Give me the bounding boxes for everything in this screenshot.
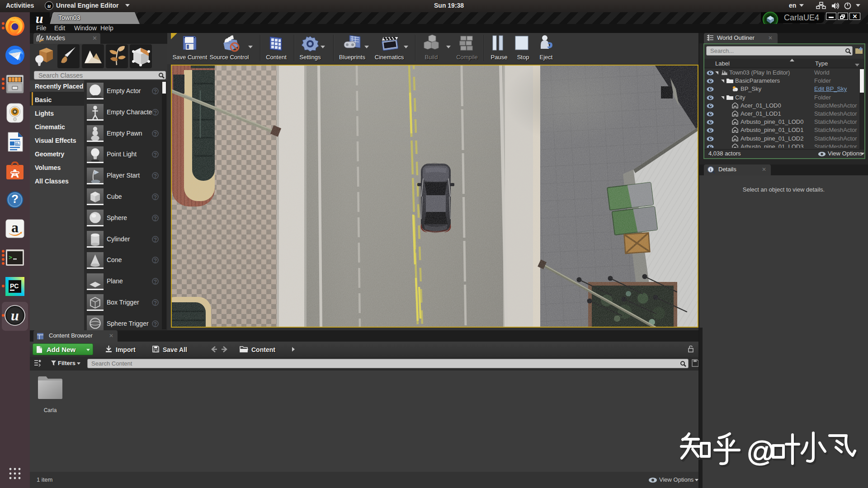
svg-text:a: a	[11, 219, 19, 235]
svg-text:>: >	[9, 254, 12, 261]
svg-text:?: ?	[11, 192, 19, 206]
svg-text:u: u	[11, 307, 19, 324]
svg-text:PC: PC	[10, 282, 19, 290]
svg-text:i: i	[710, 167, 712, 172]
svg-text:u: u	[36, 13, 43, 24]
svg-text:@: @	[746, 436, 775, 467]
